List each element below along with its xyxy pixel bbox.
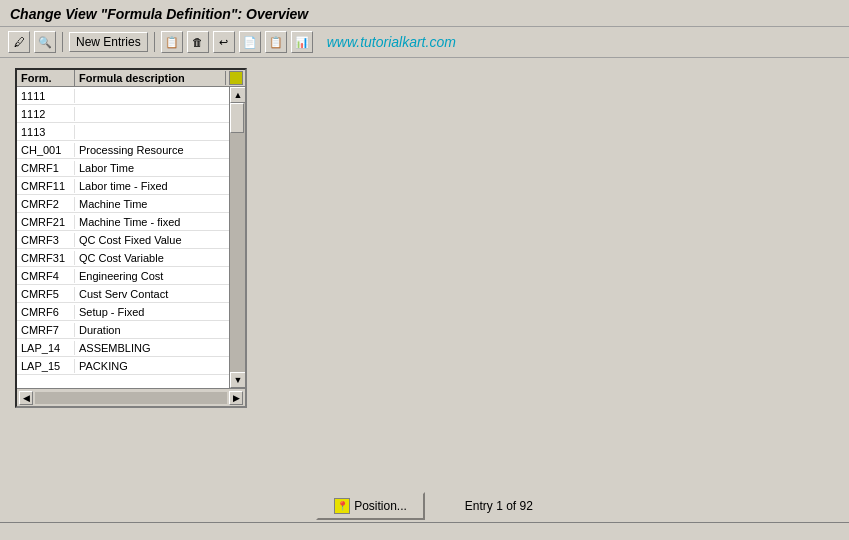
table-row[interactable]: CMRF31QC Cost Variable: [17, 249, 229, 267]
cell-desc: Labor time - Fixed: [75, 179, 229, 193]
table-row[interactable]: CH_001Processing Resource: [17, 141, 229, 159]
cell-form: CMRF3: [17, 233, 75, 247]
horizontal-scroll-track: [35, 392, 227, 404]
table-row[interactable]: CMRF4Engineering Cost: [17, 267, 229, 285]
table-body: 111111121113CH_001Processing ResourceCMR…: [17, 87, 245, 388]
toolbar-btn-2[interactable]: 📄: [239, 31, 261, 53]
cell-form: LAP_14: [17, 341, 75, 355]
cell-desc: Processing Resource: [75, 143, 229, 157]
cell-form: CMRF31: [17, 251, 75, 265]
table-footer: ◀ ▶: [17, 388, 245, 406]
title-bar: Change View "Formula Definition": Overvi…: [0, 0, 849, 27]
save-icon: 🖊: [14, 36, 25, 48]
entry-info: Entry 1 of 92: [465, 499, 533, 513]
col-desc-header: Formula description: [75, 70, 225, 86]
cell-form: CH_001: [17, 143, 75, 157]
icon-3: 📋: [269, 36, 283, 49]
cell-form: CMRF1: [17, 161, 75, 175]
cell-form: 1113: [17, 125, 75, 139]
cell-desc: Engineering Cost: [75, 269, 229, 283]
cell-desc: Labor Time: [75, 161, 229, 175]
cell-desc: QC Cost Fixed Value: [75, 233, 229, 247]
table-header: Form. Formula description: [17, 70, 245, 87]
settings-icon[interactable]: [229, 71, 243, 85]
vertical-scrollbar[interactable]: ▲ ▼: [229, 87, 245, 388]
scroll-up-btn[interactable]: ▲: [230, 87, 245, 103]
toolbar-btn-4[interactable]: 📊: [291, 31, 313, 53]
delete-icon: 🗑: [192, 36, 203, 48]
undo-icon: ↩: [219, 36, 228, 49]
find-icon: 🔍: [38, 36, 52, 49]
table-row[interactable]: 1111: [17, 87, 229, 105]
table-row[interactable]: 1112: [17, 105, 229, 123]
new-entries-btn[interactable]: New Entries: [69, 32, 148, 52]
cell-desc: [75, 113, 229, 115]
col-icon-header: [225, 71, 245, 85]
status-bar: [0, 522, 849, 540]
cell-form: 1111: [17, 89, 75, 103]
table-row[interactable]: CMRF3QC Cost Fixed Value: [17, 231, 229, 249]
cell-desc: QC Cost Variable: [75, 251, 229, 265]
table-row[interactable]: CMRF7Duration: [17, 321, 229, 339]
main-content: Form. Formula description 111111121113CH…: [0, 58, 849, 418]
cell-desc: PACKING: [75, 359, 229, 373]
scroll-right-btn[interactable]: ▶: [229, 391, 243, 405]
toolbar-btn-save[interactable]: 🖊: [8, 31, 30, 53]
bottom-bar: 📍 Position... Entry 1 of 92: [0, 492, 849, 520]
cell-form: LAP_15: [17, 359, 75, 373]
toolbar-btn-undo[interactable]: ↩: [213, 31, 235, 53]
cell-desc: ASSEMBLING: [75, 341, 229, 355]
table-row[interactable]: CMRF5Cust Serv Contact: [17, 285, 229, 303]
cell-desc: Cust Serv Contact: [75, 287, 229, 301]
icon-2: 📄: [243, 36, 257, 49]
cell-form: CMRF5: [17, 287, 75, 301]
table-row[interactable]: CMRF6Setup - Fixed: [17, 303, 229, 321]
copy-icon: 📋: [165, 36, 179, 49]
toolbar-separator-2: [154, 32, 155, 52]
scroll-left-btn[interactable]: ◀: [19, 391, 33, 405]
toolbar-btn-3[interactable]: 📋: [265, 31, 287, 53]
cell-form: CMRF7: [17, 323, 75, 337]
cell-desc: Machine Time - fixed: [75, 215, 229, 229]
cell-desc: [75, 95, 229, 97]
table-row[interactable]: LAP_15PACKING: [17, 357, 229, 375]
toolbar-separator-1: [62, 32, 63, 52]
cell-form: CMRF21: [17, 215, 75, 229]
position-button[interactable]: 📍 Position...: [316, 492, 425, 520]
position-label: Position...: [354, 499, 407, 513]
toolbar-btn-find[interactable]: 🔍: [34, 31, 56, 53]
table-row[interactable]: LAP_14ASSEMBLING: [17, 339, 229, 357]
table-row[interactable]: CMRF11Labor time - Fixed: [17, 177, 229, 195]
page-title: Change View "Formula Definition": Overvi…: [10, 6, 839, 22]
table-row[interactable]: CMRF1Labor Time: [17, 159, 229, 177]
cell-form: CMRF6: [17, 305, 75, 319]
toolbar-btn-delete[interactable]: 🗑: [187, 31, 209, 53]
scroll-track: [230, 103, 245, 372]
toolbar: 🖊 🔍 New Entries 📋 🗑 ↩ 📄 📋 📊 www.tutorial…: [0, 27, 849, 58]
table-rows: 111111121113CH_001Processing ResourceCMR…: [17, 87, 229, 388]
cell-desc: Machine Time: [75, 197, 229, 211]
table-container: Form. Formula description 111111121113CH…: [15, 68, 247, 408]
scroll-down-btn[interactable]: ▼: [230, 372, 245, 388]
cell-form: 1112: [17, 107, 75, 121]
cell-desc: Setup - Fixed: [75, 305, 229, 319]
table-row[interactable]: CMRF21Machine Time - fixed: [17, 213, 229, 231]
toolbar-btn-copy[interactable]: 📋: [161, 31, 183, 53]
table-row[interactable]: CMRF2Machine Time: [17, 195, 229, 213]
col-form-header: Form.: [17, 70, 75, 86]
cell-form: CMRF2: [17, 197, 75, 211]
scroll-thumb[interactable]: [230, 103, 244, 133]
cell-desc: [75, 131, 229, 133]
table-row[interactable]: 1113: [17, 123, 229, 141]
cell-desc: Duration: [75, 323, 229, 337]
cell-form: CMRF11: [17, 179, 75, 193]
cell-form: CMRF4: [17, 269, 75, 283]
watermark: www.tutorialkart.com: [327, 34, 456, 50]
position-icon: 📍: [334, 498, 350, 514]
icon-4: 📊: [295, 36, 309, 49]
